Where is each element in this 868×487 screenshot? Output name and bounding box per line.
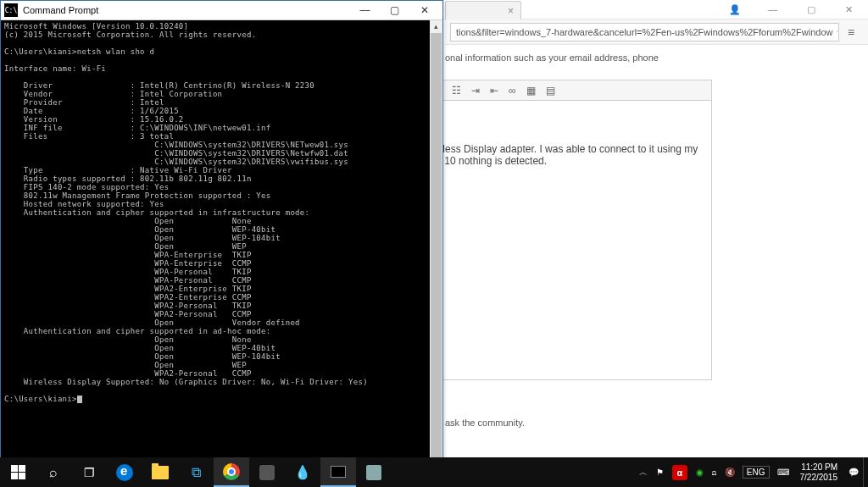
- browser-close-button[interactable]: ✕: [830, 0, 868, 19]
- command-prompt-window: C:\ Command Prompt — ▢ ✕ Microsoft Windo…: [0, 0, 443, 476]
- tray-clock[interactable]: 11:20 PM 7/22/2015: [793, 462, 845, 483]
- chrome-button[interactable]: [214, 457, 249, 487]
- toolbar-icon[interactable]: ∞: [509, 85, 516, 97]
- tray-flag-icon[interactable]: ⚑: [652, 457, 668, 487]
- cmd-body[interactable]: Microsoft Windows [Version 10.0.10240] (…: [1, 20, 442, 475]
- folder-icon: [152, 466, 169, 479]
- app-icon: [259, 465, 275, 480]
- toolbar-icon[interactable]: ☷: [452, 85, 461, 97]
- cmd-maximize-button[interactable]: ▢: [380, 1, 409, 19]
- app-button[interactable]: [356, 457, 392, 487]
- cmd-icon: C:\: [4, 3, 18, 17]
- tab-close-icon[interactable]: ×: [508, 5, 514, 17]
- store-button[interactable]: ⧉: [178, 457, 214, 487]
- task-view-button[interactable]: ❐: [71, 457, 107, 487]
- tray-keyboard-icon[interactable]: ⌨: [773, 457, 793, 487]
- toolbar-icon[interactable]: ⇥: [471, 85, 480, 97]
- file-explorer-button[interactable]: [142, 457, 178, 487]
- browser-tab[interactable]: ×: [445, 1, 521, 19]
- tray-avira-icon[interactable]: α: [668, 457, 692, 487]
- tray-language[interactable]: ENG: [743, 466, 770, 479]
- page-text: onal information such as your email addr…: [445, 53, 659, 63]
- editor-toolbar: ≣ ☷ ⇥ ⇤ ∞ ▦ ▤: [424, 80, 712, 101]
- browser-tab-strip: ×: [445, 0, 521, 19]
- address-bar[interactable]: tions&filter=windows_7-hardware&cancelur…: [450, 23, 839, 42]
- toolbar-icon[interactable]: ▦: [526, 85, 536, 97]
- cmd-window-title: Command Prompt: [23, 5, 98, 15]
- tray-security-icon[interactable]: ◉: [692, 457, 708, 487]
- scroll-up-arrow[interactable]: ▴: [430, 20, 442, 33]
- browser-minimize-button[interactable]: 👤: [715, 0, 754, 19]
- show-desktop-button[interactable]: [863, 457, 868, 487]
- browser-maximize-button[interactable]: ▢: [792, 0, 830, 19]
- browser-minimize-button[interactable]: —: [754, 0, 792, 19]
- content-line: vs 10 nothing is detected.: [431, 155, 704, 167]
- toolbar-icon[interactable]: ▤: [546, 85, 555, 97]
- cmd-taskbar-button[interactable]: [320, 457, 356, 487]
- system-tray: ︿ ⚑ α ◉ ⩍ 🔇 ENG ⌨ 11:20 PM 7/22/2015 💬: [635, 457, 868, 487]
- editor-content[interactable]: ireless Display adapter. I was able to c…: [424, 101, 712, 380]
- tray-overflow-icon[interactable]: ︿: [635, 457, 652, 487]
- search-button[interactable]: ⌕: [36, 457, 71, 487]
- chrome-icon: [223, 463, 240, 480]
- task-view-icon: ❐: [84, 466, 95, 479]
- app-button[interactable]: 💧: [285, 457, 320, 487]
- cmd-titlebar[interactable]: C:\ Command Prompt — ▢ ✕: [1, 1, 442, 20]
- browser-toolbar: tions&filter=windows_7-hardware&cancelur…: [445, 19, 868, 45]
- windows-icon: [11, 465, 25, 479]
- clock-time: 11:20 PM: [800, 462, 838, 473]
- address-text: tions&filter=windows_7-hardware&cancelur…: [456, 27, 832, 37]
- cmd-close-button[interactable]: ✕: [409, 1, 439, 19]
- search-icon: ⌕: [49, 465, 58, 480]
- scroll-thumb[interactable]: [431, 33, 442, 469]
- toolbar-icon[interactable]: ⇤: [490, 85, 498, 97]
- tray-volume-icon[interactable]: 🔇: [721, 457, 739, 487]
- app-icon: [366, 465, 381, 480]
- droplet-icon: 💧: [294, 464, 311, 480]
- browser-menu-icon[interactable]: ≡: [839, 25, 863, 39]
- edge-icon: [116, 464, 133, 481]
- cmd-minimize-button[interactable]: —: [350, 1, 380, 19]
- content-line: ireless Display adapter. I was able to c…: [431, 143, 704, 155]
- store-icon: ⧉: [192, 465, 201, 480]
- tray-notifications-icon[interactable]: 💬: [844, 457, 863, 487]
- cmd-output: Microsoft Windows [Version 10.0.10240] (…: [1, 20, 442, 405]
- cmd-taskbar-icon: [331, 466, 346, 478]
- cmd-cursor: [77, 396, 82, 403]
- app-button[interactable]: [249, 457, 285, 487]
- page-text: ask the community.: [445, 418, 525, 428]
- taskbar: ⌕ ❐ ⧉ 💧 ︿ ⚑ α ◉ ⩍ 🔇 ENG ⌨ 11:20 PM 7/22/…: [0, 457, 868, 487]
- tray-wifi-icon[interactable]: ⩍: [708, 457, 721, 487]
- cmd-scrollbar[interactable]: ▴ ▾: [430, 20, 442, 475]
- clock-date: 7/22/2015: [800, 473, 838, 483]
- edge-button[interactable]: [107, 457, 142, 487]
- start-button[interactable]: [0, 457, 36, 487]
